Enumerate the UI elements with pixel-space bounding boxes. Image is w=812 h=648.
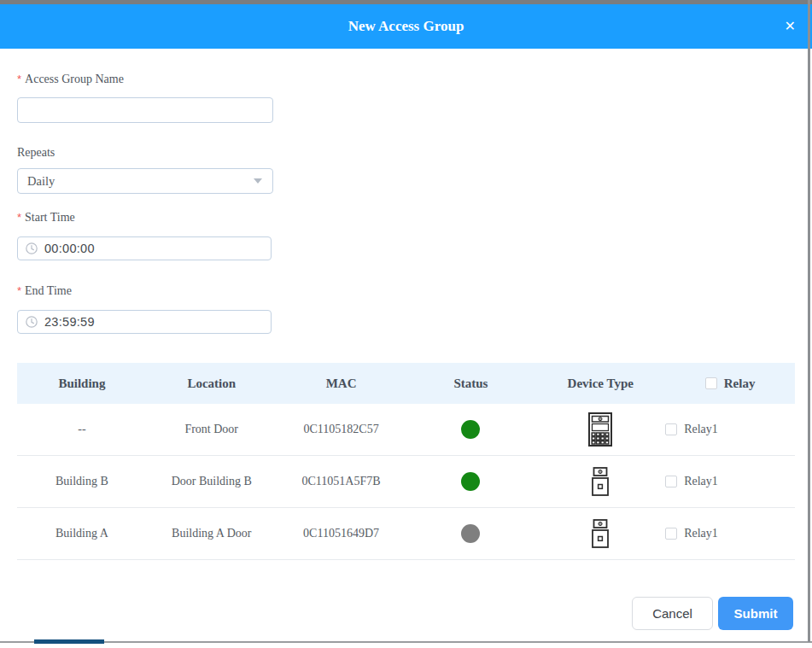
access-group-name-input[interactable] — [18, 98, 272, 122]
relay-checkbox[interactable] — [665, 476, 677, 487]
column-header-device-type: Device Type — [535, 377, 665, 391]
repeats-label-text: Repeats — [17, 146, 55, 159]
start-time-picker[interactable]: 00:00:00 — [17, 236, 272, 260]
close-icon[interactable]: ✕ — [785, 4, 796, 49]
caret-down-icon — [254, 178, 262, 184]
cell-status — [406, 472, 535, 491]
relay-checkbox[interactable] — [665, 528, 677, 540]
relay-label: Relay1 — [684, 423, 718, 436]
window-right-edge — [808, 0, 810, 642]
required-asterisk: * — [17, 211, 21, 224]
cell-mac: 0C1105182C57 — [277, 423, 406, 436]
new-access-group-dialog: New Access Group ✕ *Access Group Name Re… — [0, 0, 812, 648]
cell-location: Building A Door — [147, 527, 277, 540]
cell-building: Building A — [17, 527, 147, 540]
end-time-label-text: End Time — [25, 284, 72, 297]
cell-location: Front Door — [147, 423, 277, 436]
dialog-header: New Access Group ✕ — [0, 4, 812, 49]
start-time-label-text: Start Time — [25, 211, 75, 224]
column-header-relay: Relay — [665, 377, 795, 391]
cell-relay: Relay1 — [665, 475, 795, 488]
start-time-value: 00:00:00 — [44, 242, 95, 255]
required-asterisk: * — [17, 284, 21, 297]
cell-building: -- — [17, 423, 147, 436]
door-unit-icon — [591, 519, 610, 549]
end-time-label: *End Time — [17, 284, 72, 298]
cell-device-type — [535, 412, 665, 447]
cell-location: Door Building B — [147, 475, 277, 488]
table-row: Building A Building A Door 0C11051649D7 … — [17, 508, 795, 560]
status-dot — [461, 472, 480, 491]
relay-label: Relay1 — [684, 527, 718, 540]
intercom-keypad-icon — [588, 412, 612, 447]
repeats-selected-value: Daily — [18, 169, 272, 193]
cell-mac: 0C11051A5F7B — [277, 475, 406, 488]
cell-relay: Relay1 — [665, 423, 795, 436]
start-time-label: *Start Time — [17, 211, 75, 225]
relay-select-all-checkbox[interactable] — [705, 377, 717, 389]
status-dot — [461, 420, 480, 439]
access-group-name-label: *Access Group Name — [17, 73, 124, 86]
cell-building: Building B — [17, 475, 147, 488]
clock-icon — [26, 316, 38, 328]
end-time-picker[interactable]: 23:59:59 — [17, 310, 272, 334]
table-header-row: Building Location MAC Status Device Type… — [17, 363, 795, 404]
table-row: -- Front Door 0C1105182C57 — [17, 404, 795, 456]
cell-relay: Relay1 — [665, 527, 795, 540]
relay-checkbox[interactable] — [665, 423, 677, 435]
background-tab-underline — [34, 639, 104, 644]
cell-status — [406, 524, 535, 543]
required-asterisk: * — [17, 73, 21, 85]
relay-header-label: Relay — [724, 377, 756, 391]
device-table: Building Location MAC Status Device Type… — [17, 363, 795, 560]
column-header-status: Status — [406, 377, 535, 391]
column-header-building: Building — [17, 377, 147, 391]
column-header-location: Location — [147, 377, 277, 391]
cell-device-type — [535, 519, 665, 549]
dialog-title: New Access Group — [0, 4, 812, 49]
submit-button[interactable]: Submit — [718, 597, 793, 630]
end-time-value: 23:59:59 — [44, 315, 95, 329]
repeats-select[interactable]: Daily — [17, 168, 273, 194]
cell-status — [406, 420, 535, 439]
cancel-button[interactable]: Cancel — [632, 597, 713, 630]
status-dot — [461, 524, 480, 543]
door-unit-icon — [591, 467, 610, 497]
access-group-name-label-text: Access Group Name — [25, 73, 124, 85]
cell-device-type — [535, 467, 665, 497]
clock-icon — [26, 242, 38, 254]
column-header-mac: MAC — [277, 377, 406, 391]
relay-label: Relay1 — [684, 475, 718, 488]
table-row: Building B Door Building B 0C11051A5F7B … — [17, 456, 795, 508]
access-group-name-field — [17, 97, 273, 123]
cell-mac: 0C11051649D7 — [277, 527, 406, 540]
window-bottom-edge — [0, 641, 812, 643]
repeats-label: Repeats — [17, 146, 55, 160]
